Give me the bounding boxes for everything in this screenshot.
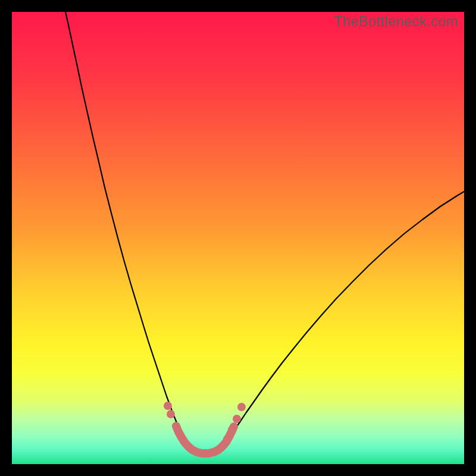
- marker-dot: [233, 415, 241, 423]
- marker-dot: [228, 425, 236, 434]
- chart-svg: [12, 12, 464, 464]
- marker-dot: [223, 435, 231, 443]
- chart-frame: TheBottleneck.com: [12, 12, 464, 464]
- watermark-text: TheBottleneck.com: [334, 13, 458, 30]
- marker-dot: [237, 403, 246, 411]
- marker-dot: [167, 410, 175, 418]
- marker-dot: [164, 402, 172, 410]
